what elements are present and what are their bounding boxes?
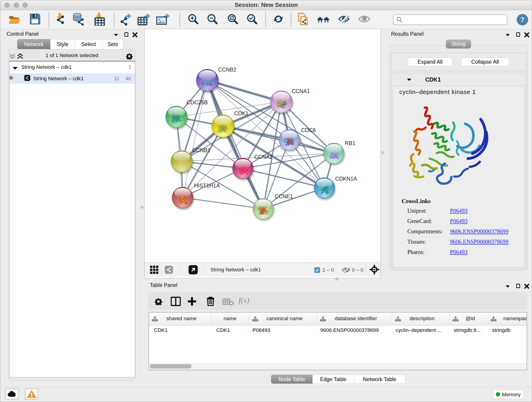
svg-text:CCNA1: CCNA1 <box>292 88 310 94</box>
svg-text:CDKN1A: CDKN1A <box>335 176 357 182</box>
svg-text:CDK1: CDK1 <box>234 110 249 116</box>
svg-text:HIST1H1A: HIST1H1A <box>194 183 220 189</box>
svg-text:CCNE1: CCNE1 <box>275 193 293 199</box>
svg-text:CCNA2: CCNA2 <box>254 154 273 160</box>
svg-text:CDC6: CDC6 <box>301 127 316 133</box>
svg-text:CCNB2: CCNB2 <box>218 67 236 73</box>
svg-text:RB1: RB1 <box>345 140 355 146</box>
svg-text:CDC25B: CDC25B <box>186 99 208 105</box>
svg-text:CCNB1: CCNB1 <box>192 147 210 153</box>
